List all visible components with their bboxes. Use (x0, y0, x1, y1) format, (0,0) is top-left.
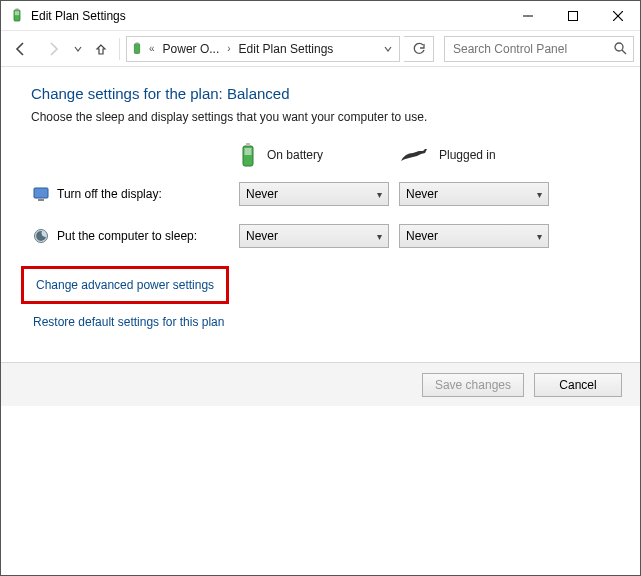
minimize-button[interactable] (505, 1, 550, 30)
chevron-down-icon: ▾ (377, 231, 382, 242)
display-plugged-value: Never (406, 187, 438, 201)
search-box[interactable] (444, 36, 634, 62)
display-setting-row: Turn off the display: Never ▾ Never ▾ (31, 182, 616, 206)
power-options-icon (9, 8, 25, 24)
sleep-battery-value: Never (246, 229, 278, 243)
battery-icon (239, 142, 257, 168)
breadcrumb-overflow-icon[interactable]: « (147, 43, 157, 54)
plugged-column-label: Plugged in (439, 148, 496, 162)
svg-rect-2 (15, 11, 19, 15)
display-plugged-select[interactable]: Never ▾ (399, 182, 549, 206)
sleep-setting-label: Put the computer to sleep: (51, 229, 239, 243)
svg-rect-12 (246, 143, 250, 146)
control-panel-icon (129, 41, 145, 57)
chevron-right-icon[interactable]: › (225, 43, 232, 54)
restore-defaults-link[interactable]: Restore default settings for this plan (31, 312, 226, 332)
sleep-plugged-value: Never (406, 229, 438, 243)
title-bar: Edit Plan Settings (1, 1, 640, 31)
content-area: Change settings for the plan: Balanced C… (1, 67, 640, 344)
plugged-column: Plugged in (399, 145, 549, 165)
navigation-bar: « Power O... › Edit Plan Settings (1, 31, 640, 67)
footer-bar: Save changes Cancel (1, 362, 640, 406)
sleep-plugged-select[interactable]: Never ▾ (399, 224, 549, 248)
close-button[interactable] (595, 1, 640, 30)
up-button[interactable] (89, 42, 113, 56)
links-area: Change advanced power settings Restore d… (31, 266, 616, 332)
address-bar[interactable]: « Power O... › Edit Plan Settings (126, 36, 400, 62)
svg-rect-15 (38, 199, 44, 201)
maximize-button[interactable] (550, 1, 595, 30)
chevron-down-icon: ▾ (537, 231, 542, 242)
battery-column: On battery (239, 142, 389, 168)
svg-line-10 (622, 50, 626, 54)
svg-rect-8 (136, 42, 139, 44)
display-battery-select[interactable]: Never ▾ (239, 182, 389, 206)
battery-column-label: On battery (267, 148, 323, 162)
display-setting-label: Turn off the display: (51, 187, 239, 201)
svg-rect-4 (568, 11, 577, 20)
refresh-button[interactable] (404, 36, 434, 62)
back-button[interactable] (7, 35, 35, 63)
address-dropdown-icon[interactable] (379, 45, 397, 53)
highlight-box: Change advanced power settings (21, 266, 229, 304)
column-headers: On battery Plugged in (31, 142, 616, 168)
save-button[interactable]: Save changes (422, 373, 524, 397)
svg-rect-14 (34, 188, 48, 198)
forward-button[interactable] (39, 35, 67, 63)
search-input[interactable] (451, 41, 614, 57)
sleep-icon (31, 228, 51, 244)
sleep-battery-select[interactable]: Never ▾ (239, 224, 389, 248)
svg-rect-13 (245, 148, 252, 155)
cancel-button[interactable]: Cancel (534, 373, 622, 397)
chevron-down-icon: ▾ (537, 189, 542, 200)
search-icon[interactable] (614, 42, 627, 55)
recent-locations-dropdown[interactable] (71, 45, 85, 53)
page-description: Choose the sleep and display settings th… (31, 110, 616, 124)
plug-icon (399, 145, 429, 165)
window-title: Edit Plan Settings (31, 9, 126, 23)
sleep-setting-row: Put the computer to sleep: Never ▾ Never… (31, 224, 616, 248)
display-battery-value: Never (246, 187, 278, 201)
display-icon (31, 186, 51, 202)
svg-point-9 (615, 43, 623, 51)
svg-rect-7 (134, 43, 139, 53)
advanced-settings-link[interactable]: Change advanced power settings (34, 275, 216, 295)
svg-rect-1 (16, 8, 19, 10)
breadcrumb-parent[interactable]: Power O... (159, 40, 224, 58)
chevron-down-icon: ▾ (377, 189, 382, 200)
breadcrumb-current[interactable]: Edit Plan Settings (235, 40, 338, 58)
page-heading: Change settings for the plan: Balanced (31, 85, 616, 102)
